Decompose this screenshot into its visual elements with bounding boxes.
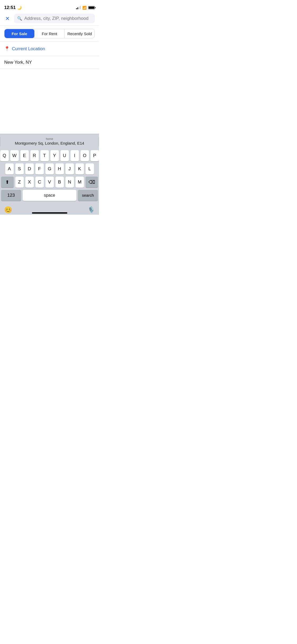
key-j[interactable]: J [65,163,74,174]
location-icon: 📍 [4,46,10,52]
search-icon: 🔍 [17,16,22,21]
key-l[interactable]: L [86,163,94,174]
tab-recently-sold[interactable]: Recently Sold [65,29,95,38]
wifi-icon: 📶 [82,6,87,10]
tab-for-sale[interactable]: For Sale [4,29,34,38]
recent-location-label: New York, NY [4,60,32,65]
key-w[interactable]: W [10,150,19,161]
divider-3 [0,69,99,69]
status-time: 12:51 🌙 [4,5,22,10]
key-b[interactable]: B [55,177,64,188]
recent-location-item[interactable]: New York, NY [0,56,99,69]
key-d[interactable]: D [25,163,34,174]
key-k[interactable]: K [76,163,84,174]
key-m[interactable]: M [76,177,84,188]
suggestion-label: home [2,137,97,141]
key-e[interactable]: E [20,150,29,161]
num-key[interactable]: 123 [1,190,21,201]
search-header: ✕ 🔍 [0,12,99,26]
key-q[interactable]: Q [0,150,9,161]
key-a[interactable]: A [5,163,14,174]
search-key[interactable]: search [78,190,98,201]
key-x[interactable]: X [25,177,34,188]
status-icons: 📶 [76,6,95,10]
suggestion-value: Montgomery Sq, London, England, E14 [2,141,97,146]
moon-icon: 🌙 [17,6,22,10]
suggestion-bar: home Montgomery Sq, London, England, E14 [0,134,99,149]
key-p[interactable]: P [91,150,99,161]
key-row-2: A S D F G H J K L [1,163,98,174]
shift-key[interactable]: ⬆ [1,177,14,188]
emoji-button[interactable]: 😊 [4,206,12,214]
key-f[interactable]: F [35,163,44,174]
current-location-item[interactable]: 📍 Current Location [0,42,99,56]
key-i[interactable]: I [70,150,79,161]
key-row-4: 123 space search [1,190,98,201]
filter-tabs: For Sale For Rent Recently Sold [4,29,95,38]
key-row-1: Q W E R T Y U I O P [1,150,98,161]
signal-icon [76,6,81,9]
key-z[interactable]: Z [15,177,24,188]
key-c[interactable]: C [35,177,44,188]
key-y[interactable]: Y [50,150,59,161]
status-bar: 12:51 🌙 📶 [0,0,99,12]
key-v[interactable]: V [45,177,54,188]
tab-for-rent[interactable]: For Rent [35,29,64,38]
search-input[interactable] [24,16,92,21]
home-indicator [32,212,67,214]
space-key[interactable]: space [23,190,76,201]
battery-icon [88,6,95,9]
key-row-3: ⬆ Z X C V B N M ⌫ [1,177,98,188]
delete-key[interactable]: ⌫ [86,177,98,188]
keyboard-area: home Montgomery Sq, London, England, E14… [0,134,99,215]
suggestion-item[interactable]: home Montgomery Sq, London, England, E14 [0,136,99,147]
key-o[interactable]: O [81,150,89,161]
key-g[interactable]: G [45,163,54,174]
key-t[interactable]: T [40,150,49,161]
close-button[interactable]: ✕ [4,14,11,23]
keyboard: Q W E R T Y U I O P A S D F G H J K L ⬆ … [0,149,99,204]
microphone-button[interactable]: 🎙️ [88,206,95,213]
key-h[interactable]: H [55,163,64,174]
key-r[interactable]: R [30,150,39,161]
key-s[interactable]: S [15,163,24,174]
key-u[interactable]: U [60,150,69,161]
current-location-label: Current Location [12,46,45,52]
search-box[interactable]: 🔍 [14,14,95,23]
key-n[interactable]: N [65,177,74,188]
